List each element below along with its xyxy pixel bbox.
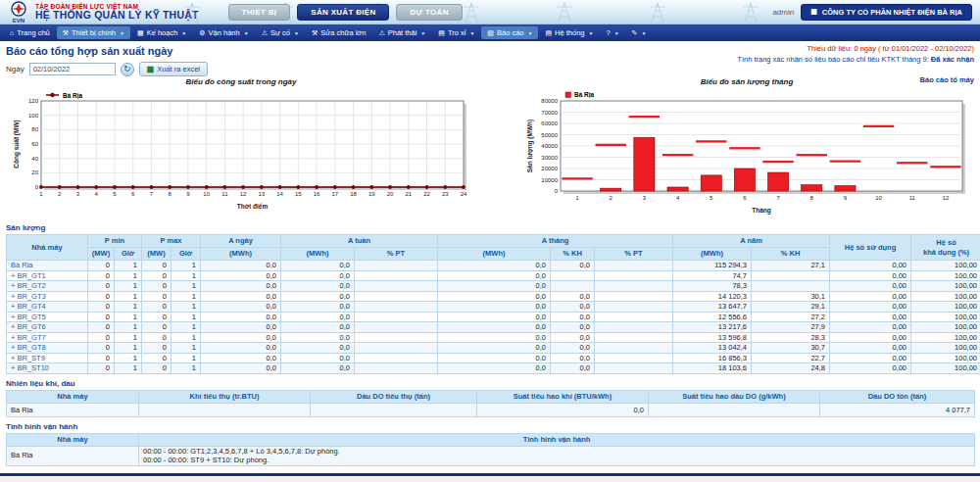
module-button-san-xuat-ien[interactable]: SẢN XUẤT ĐIỆN <box>297 4 389 21</box>
value-cell: 0,0 <box>438 281 551 292</box>
nav-item-ke-hoach[interactable]: ▦Kế hoạch▼ <box>131 26 192 39</box>
value-cell: 0,00 <box>830 291 911 302</box>
value-cell: 0,00 <box>830 332 911 343</box>
value-cell: 0,0 <box>281 332 355 343</box>
value-cell <box>355 312 438 322</box>
value-cell: 0,0 <box>551 343 595 354</box>
svg-text:8: 8 <box>810 195 814 201</box>
value-cell: 0,0 <box>201 270 281 281</box>
chart-icon: ▧ <box>487 29 494 36</box>
value-cell: 0,0 <box>281 312 355 322</box>
value-cell: 0,0 <box>281 302 355 313</box>
nav-item-van-hanh[interactable]: ⚙Vận hành▼ <box>193 26 254 39</box>
value-cell <box>551 281 595 292</box>
nav-item-su-co[interactable]: ⚠Sự cố▼ <box>256 26 305 39</box>
value-cell: 0,0 <box>201 302 281 313</box>
value-cell: 1 <box>115 353 142 363</box>
plant-link[interactable]: + BR_GT2 <box>11 281 46 290</box>
value-cell: 0,0 <box>201 332 281 343</box>
nav-item-bao-cao[interactable]: ▧Báo cáo▼ <box>481 26 538 39</box>
plant-link[interactable]: + BR_GT5 <box>11 313 46 321</box>
column-header: A năm <box>673 235 830 248</box>
nav-item-pencil-icon[interactable]: ✎▼ <box>626 26 653 39</box>
export-excel-label: Xuất ra excel <box>157 65 200 73</box>
svg-text:9: 9 <box>186 191 190 197</box>
chevron-down-icon: ▼ <box>527 30 532 36</box>
unit-report-link[interactable]: Báo cáo tổ máy <box>920 75 974 86</box>
building-icon: ▦ <box>810 8 817 16</box>
plant-name-cell: + BR_GT2 <box>7 281 88 292</box>
svg-text:0: 0 <box>35 184 39 190</box>
svg-text:100: 100 <box>28 113 39 119</box>
nav-item-phat-thai[interactable]: ⚠Phát thải▼ <box>372 26 431 39</box>
value-cell: 0,0 <box>477 403 649 416</box>
nav-item-label: Thiết bị chính <box>72 28 116 37</box>
fuel-table: Nhà máyKhí tiêu thụ (tr.BTU)Dầu DO tiêu … <box>6 390 975 417</box>
svg-text:22: 22 <box>423 191 430 197</box>
nav-item-trang-chu[interactable]: ⌂Trang chủ <box>4 26 56 39</box>
module-button-du-toan[interactable]: DỰ TOÁN <box>396 4 462 21</box>
nav-item-label: ? <box>606 28 610 37</box>
plant-link[interactable]: + BR_ST10 <box>11 363 49 372</box>
svg-text:20000: 20000 <box>541 166 558 171</box>
svg-text:50000: 50000 <box>541 132 558 138</box>
value-cell <box>595 363 673 374</box>
plant-link[interactable]: + BR_GT4 <box>11 302 46 311</box>
column-header: Suất tiêu hao khí (BTU/kWh) <box>477 390 649 403</box>
svg-text:40000: 40000 <box>541 143 558 149</box>
column-header: Dầu DO tiêu thụ (tấn) <box>311 390 477 403</box>
value-cell: 0,0 <box>201 363 281 374</box>
value-cell <box>595 332 673 343</box>
nav-item-label: Trang chủ <box>17 28 50 37</box>
value-cell <box>311 403 477 416</box>
value-cell: 0,00 <box>830 363 911 374</box>
value-cell <box>355 281 438 292</box>
refresh-button[interactable]: ↻ <box>121 63 134 76</box>
plant-link[interactable]: + BR_GT3 <box>11 292 46 301</box>
app-title: HỆ THỐNG QUẢN LÝ KỸ THUẬT <box>35 10 199 22</box>
nav-item-he-thong[interactable]: ▤Hệ thống▼ <box>539 26 599 39</box>
company-button[interactable]: ▦ CÔNG TY CỔ PHẦN NHIỆT ĐIỆN BÀ RỊA <box>801 4 972 21</box>
calendar-icon: ▦ <box>137 29 144 36</box>
column-header: (MWh) <box>281 248 355 261</box>
pencil-icon: ✎ <box>632 29 638 36</box>
plant-name-cell: + BR_GT4 <box>7 302 88 313</box>
nav-item-label: Hệ thống <box>555 28 584 37</box>
svg-text:6: 6 <box>743 195 747 201</box>
nav-item-sua-chua-lon[interactable]: ⚒Sửa chữa lớn <box>306 26 372 39</box>
value-cell <box>139 403 311 416</box>
plant-link[interactable]: + BR_GT7 <box>11 333 46 342</box>
value-cell: 78,3 <box>673 281 752 292</box>
value-cell <box>752 270 830 281</box>
table-row: Bà Rịa0,04 077,7 <box>7 403 975 416</box>
value-cell <box>355 291 438 302</box>
plant-link[interactable]: + BR_GT1 <box>11 271 46 280</box>
value-cell: 0,0 <box>551 332 595 343</box>
value-cell: 1 <box>172 261 201 271</box>
plant-link[interactable]: + BR_GT8 <box>11 343 46 352</box>
info-block: Thiếu dữ liệu: 0 ngày ( từ 01/01/2022 - … <box>737 44 974 88</box>
plant-link[interactable]: + BR_GT6 <box>11 322 46 331</box>
nav-item-item[interactable]: ?▼ <box>600 26 624 39</box>
column-header: A tháng <box>438 235 673 248</box>
value-cell <box>595 312 673 322</box>
column-header: Tình hình vận hành <box>139 433 975 446</box>
module-button-thiet-bi[interactable]: THIẾT BỊ <box>228 4 291 21</box>
nav-item-thiet-bi-chinh[interactable]: ⚒Thiết bị chính▼ <box>57 26 130 39</box>
plant-link[interactable]: Bà Rịa <box>11 261 33 269</box>
nav-item-tro-xi[interactable]: ▤Tro xỉ▼ <box>432 26 480 39</box>
value-cell <box>355 261 438 271</box>
value-cell: 0,0 <box>438 312 551 322</box>
monthly-output-chart-svg: 0100002000030000400005000060000700008000… <box>525 87 968 218</box>
value-cell: 100,00 <box>911 281 980 292</box>
value-cell: 0,0 <box>551 353 595 363</box>
value-cell: 0,0 <box>438 343 551 354</box>
column-header: Nhà máy <box>7 390 139 403</box>
svg-text:10: 10 <box>203 191 210 197</box>
value-cell: 0 <box>142 270 172 281</box>
plant-link[interactable]: + BR_ST9 <box>11 354 45 362</box>
value-cell: 30,1 <box>752 291 830 302</box>
date-input[interactable] <box>29 63 116 75</box>
export-excel-button[interactable]: ▦ Xuất ra excel <box>139 62 208 76</box>
table-row: + BR_GT501010,00,00,00,012 556,627,20,00… <box>7 312 980 322</box>
